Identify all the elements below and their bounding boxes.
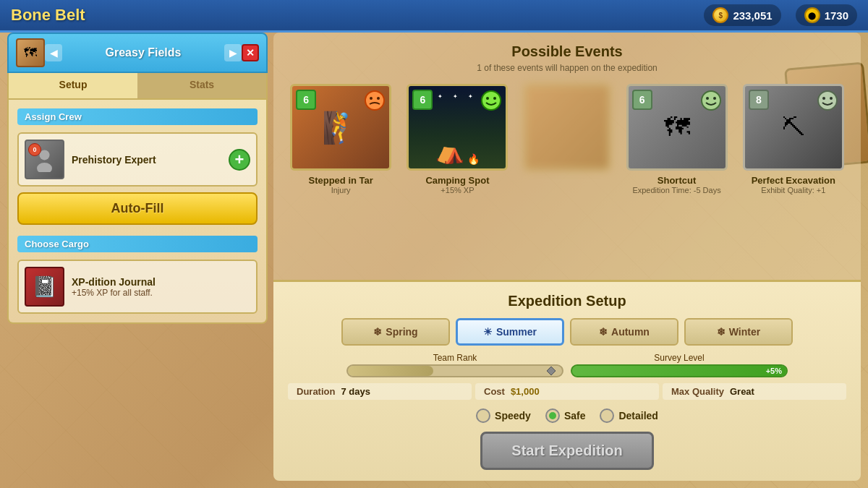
svg-marker-14 bbox=[547, 367, 556, 375]
info-row: Duration 7 days Cost $1,000 Max Quality … bbox=[288, 383, 846, 400]
survey-level-bonus: +5% bbox=[766, 367, 782, 375]
cargo-info: XP-dition Journal +15% XP for all staff. bbox=[72, 276, 156, 298]
events-title: Possible Events bbox=[288, 43, 846, 60]
event-card-excavation: 8 ⛏ Perfect Excavation Exhibit Quality: … bbox=[741, 84, 846, 194]
season-spring-button[interactable]: ❄ Spring bbox=[341, 318, 450, 346]
stars-deco: ✦ ✦ ✦ bbox=[409, 93, 506, 100]
camping-art: ⛺ 🔥 bbox=[409, 137, 506, 165]
season-row: ❄ Spring ☀ Summer ❄ Autumn ❄ Winter bbox=[288, 318, 846, 346]
location-header: 🗺 ◀ Greasy Fields ▶ ✕ bbox=[7, 33, 268, 73]
winter-label: Winter bbox=[729, 326, 760, 338]
event-name-tar: Stepped in Tar bbox=[308, 175, 373, 186]
event-desc-tar: Injury bbox=[331, 186, 351, 194]
survey-level-label: Survey Level bbox=[571, 353, 788, 363]
shortcut-art: 🗺 bbox=[629, 86, 726, 168]
nav-prev-button[interactable]: ◀ bbox=[45, 44, 62, 61]
setup-title: Expedition Setup bbox=[288, 293, 846, 309]
survey-level-fill bbox=[572, 366, 786, 376]
currencies: $ 233,051 ⬤ 1730 bbox=[704, 4, 857, 26]
panel-tabs: Setup Stats bbox=[7, 73, 268, 100]
crew-info: Prehistory Expert bbox=[72, 154, 229, 166]
max-quality-info: Max Quality Great bbox=[663, 383, 846, 400]
cost-info: Cost $1,000 bbox=[475, 383, 659, 400]
team-rank-fill bbox=[348, 366, 433, 376]
event-image-shortcut: 6 🗺 bbox=[626, 84, 728, 171]
season-autumn-button[interactable]: ❄ Autumn bbox=[570, 318, 678, 346]
tar-scene-art: 🧗 bbox=[292, 86, 389, 168]
event-desc-excavation: Exhibit Quality: +1 bbox=[761, 186, 825, 194]
speed-detailed[interactable]: Detailed bbox=[600, 408, 658, 423]
cargo-section-header: Choose Cargo bbox=[17, 236, 258, 252]
survey-level-bar: +5% bbox=[571, 364, 788, 377]
duration-value: 7 days bbox=[341, 386, 370, 397]
autumn-icon: ❄ bbox=[599, 326, 608, 338]
event-desc-shortcut: Expedition Time: -5 Days bbox=[632, 186, 720, 194]
speed-speedy-label: Speedy bbox=[495, 410, 531, 421]
cost-value: $1,000 bbox=[511, 386, 540, 397]
event-image-camping: 6 ✦ ✦ ✦ ⛺ 🔥 bbox=[407, 84, 508, 171]
expedition-setup-panel: Expedition Setup ❄ Spring ☀ Summer ❄ Aut… bbox=[273, 280, 861, 481]
location-close-button[interactable]: ✕ bbox=[242, 44, 259, 61]
season-summer-button[interactable]: ☀ Summer bbox=[456, 318, 564, 346]
event-card-camping: 6 ✦ ✦ ✦ ⛺ 🔥 Campin bbox=[404, 84, 510, 194]
team-rank-bar bbox=[346, 364, 563, 377]
panel-body: Assign Crew 0 Prehistory Expert + Auto-F… bbox=[7, 100, 268, 324]
radio-safe-selected bbox=[549, 412, 556, 419]
main-content: Possible Events 1 of these events will h… bbox=[273, 33, 861, 481]
event-image-excavation: 8 ⛏ bbox=[743, 84, 844, 171]
gem-icon: ⬤ bbox=[804, 7, 820, 23]
radio-safe[interactable] bbox=[545, 408, 560, 423]
top-bar: Bone Belt $ 233,051 ⬤ 1730 bbox=[0, 0, 868, 33]
event-name-camping: Camping Spot bbox=[425, 175, 489, 186]
season-winter-button[interactable]: ❄ Winter bbox=[684, 318, 793, 346]
cargo-icon: 📓 bbox=[25, 267, 64, 307]
location-thumbnail: 🗺 bbox=[16, 38, 45, 67]
summer-label: Summer bbox=[496, 326, 537, 338]
summer-icon: ☀ bbox=[483, 326, 493, 338]
speed-speedy[interactable]: Speedy bbox=[476, 408, 531, 423]
cargo-item-name: XP-dition Journal bbox=[72, 276, 156, 288]
gem-currency: ⬤ 1730 bbox=[796, 4, 857, 26]
duration-label: Duration bbox=[297, 386, 335, 397]
cargo-item-desc: +15% XP for all staff. bbox=[72, 288, 156, 298]
gold-currency: $ 233,051 bbox=[704, 4, 780, 26]
radio-speedy[interactable] bbox=[476, 408, 490, 423]
gem-value: 1730 bbox=[825, 9, 848, 22]
crew-member-name: Prehistory Expert bbox=[72, 154, 229, 166]
auto-fill-button[interactable]: Auto-Fill bbox=[17, 192, 258, 225]
autumn-label: Autumn bbox=[611, 326, 650, 338]
left-panel: 🗺 ◀ Greasy Fields ▶ ✕ Setup Stats Assign… bbox=[7, 33, 268, 481]
event-card-tar: 6 🧗 Stepped in Tar Injury bbox=[288, 84, 393, 194]
events-section: Possible Events 1 of these events will h… bbox=[273, 33, 861, 280]
blurred-card bbox=[524, 84, 610, 171]
location-name: Greasy Fields bbox=[62, 46, 224, 59]
blurred-card-container bbox=[522, 84, 613, 171]
event-desc-camping: +15% XP bbox=[441, 186, 474, 194]
crew-badge: 0 bbox=[28, 143, 41, 156]
speed-safe-label: Safe bbox=[564, 410, 586, 421]
speed-safe[interactable]: Safe bbox=[545, 408, 586, 423]
svg-point-1 bbox=[37, 163, 52, 172]
app-title: Bone Belt bbox=[11, 6, 85, 25]
event-name-excavation: Perfect Excavation bbox=[752, 175, 835, 186]
tab-stats[interactable]: Stats bbox=[137, 73, 266, 98]
team-rank-label: Team Rank bbox=[346, 353, 563, 363]
gold-value: 233,051 bbox=[733, 9, 772, 22]
events-subtitle: 1 of these events will happen on the exp… bbox=[288, 63, 846, 73]
cargo-slot: 📓 XP-dition Journal +15% XP for all staf… bbox=[17, 260, 258, 314]
speed-detailed-label: Detailed bbox=[618, 410, 658, 421]
max-quality-label: Max Quality bbox=[671, 386, 724, 397]
max-quality-value: Great bbox=[730, 386, 754, 397]
nav-next-button[interactable]: ▶ bbox=[224, 44, 242, 61]
event-name-shortcut: Shortcut bbox=[658, 175, 696, 186]
radio-detailed[interactable] bbox=[600, 408, 614, 423]
excavation-art: ⛏ bbox=[745, 86, 842, 168]
start-expedition-button[interactable]: Start Expedition bbox=[480, 432, 654, 470]
event-card-shortcut: 6 🗺 Shortcut Expedition Time: -5 Days bbox=[624, 84, 729, 194]
crew-add-button[interactable]: + bbox=[229, 149, 250, 171]
tab-setup[interactable]: Setup bbox=[9, 73, 137, 98]
duration-info: Duration 7 days bbox=[288, 383, 472, 400]
team-rank-container: Team Rank bbox=[346, 353, 563, 377]
winter-icon: ❄ bbox=[717, 326, 726, 338]
crew-slot: 0 Prehistory Expert + bbox=[17, 132, 258, 187]
